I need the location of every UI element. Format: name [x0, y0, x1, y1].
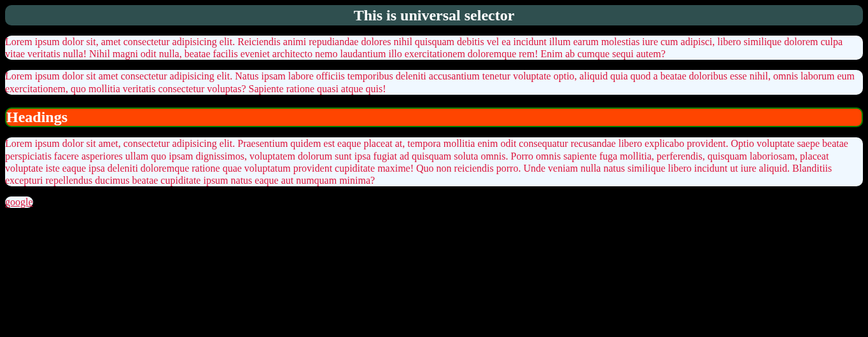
- google-link[interactable]: google: [5, 196, 33, 208]
- sub-heading: Headings: [5, 107, 863, 128]
- paragraph-2: Lorem ipsum dolor sit amet consectetur a…: [5, 70, 863, 94]
- paragraph-1: Lorem ipsum dolor sit, amet consectetur …: [5, 36, 863, 60]
- paragraph-3: Lorem ipsum dolor sit amet, consectetur …: [5, 137, 863, 186]
- page-title: This is universal selector: [5, 5, 863, 25]
- link-container: google: [5, 196, 33, 208]
